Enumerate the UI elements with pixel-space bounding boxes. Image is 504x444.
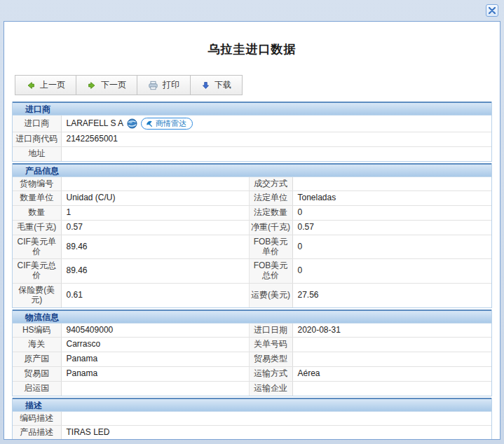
table-row: 保险费(美元) 0.61 运费(美元) 27.56	[13, 283, 491, 307]
insurance-fee-value: 0.61	[61, 283, 249, 307]
pager-toolbar: 上一页 下一页 打印 下载	[15, 75, 243, 95]
transaction-mode-value	[292, 177, 491, 191]
importer-section-title: 进口商	[13, 102, 491, 116]
table-row: 编码描述	[13, 412, 491, 426]
table-row: 数量 1 法定数量 0	[13, 206, 491, 221]
cif-total-price-label: CIF美元总价	[13, 259, 61, 284]
table-row: 货物编号 成交方式	[13, 177, 491, 191]
cargo-number-label: 货物编号	[13, 177, 61, 191]
transaction-mode-label: 成交方式	[249, 177, 292, 191]
globe-icon[interactable]	[127, 118, 137, 129]
print-label: 打印	[163, 79, 179, 91]
cif-unit-price-label: CIF美元单价	[13, 235, 61, 259]
origin-country-label: 原产国	[13, 352, 61, 367]
product-description-value: TIRAS LED	[61, 426, 491, 440]
legal-quantity-value: 0	[292, 206, 491, 221]
logistics-info-section: 物流信息 HS编码 9405409000 进口日期 2020-08-31 海关 …	[12, 310, 492, 396]
departure-country-value	[61, 381, 249, 395]
close-icon[interactable]	[486, 4, 498, 17]
next-page-label: 下一页	[101, 79, 126, 91]
product-description-label: 产品描述	[13, 426, 61, 440]
product-table: 货物编号 成交方式 数量单位 Unidad (C/U) 法定单位 Tonelad…	[13, 177, 491, 307]
transport-company-value	[292, 381, 491, 395]
quantity-unit-value: Unidad (C/U)	[61, 191, 249, 206]
address-value	[61, 146, 491, 160]
gross-weight-value: 0.57	[61, 220, 249, 235]
cif-total-price-value: 89.46	[61, 259, 249, 284]
blue-down-arrow-icon	[201, 81, 210, 90]
customs-label: 海关	[13, 338, 61, 352]
logistics-section-title: 物流信息	[13, 310, 491, 324]
cif-unit-price-value: 89.46	[61, 235, 249, 259]
table-row: 进口商代码 21422565001	[13, 132, 491, 147]
radar-badge-label: 商情雷达	[156, 119, 186, 128]
description-section-title: 描述	[13, 398, 491, 412]
hs-code-label: HS编码	[13, 324, 61, 338]
net-weight-value: 0.57	[292, 220, 491, 235]
table-row: CIF美元单价 89.46 FOB美元单价 0	[13, 235, 491, 259]
departure-country-label: 启运国	[13, 381, 61, 395]
table-row: 原产国 Panama 贸易类型	[13, 352, 491, 367]
print-button[interactable]: 打印	[137, 76, 191, 95]
address-label: 地址	[13, 146, 61, 160]
close-x-glyph	[489, 7, 496, 14]
download-label: 下载	[214, 79, 231, 91]
transport-mode-value: Aérea	[292, 366, 491, 381]
table-row: 进口商 LARAFELL S A	[13, 116, 491, 132]
trade-country-value: Panama	[61, 366, 249, 381]
trade-type-label: 贸易类型	[249, 352, 292, 367]
code-description-value	[61, 412, 491, 426]
fob-total-price-value: 0	[292, 259, 491, 284]
freight-fee-value: 27.56	[292, 283, 491, 307]
table-row: HS编码 9405409000 进口日期 2020-08-31	[13, 324, 491, 338]
gross-weight-label: 毛重(千克)	[13, 220, 61, 235]
product-info-section: 产品信息 货物编号 成交方式 数量单位 Unidad (C/U) 法定单位 To…	[12, 163, 492, 308]
importer-code-label: 进口商代码	[13, 132, 61, 147]
quantity-unit-label: 数量单位	[13, 191, 61, 206]
importer-name-label: 进口商	[13, 116, 61, 132]
origin-country-value: Panama	[61, 352, 249, 367]
net-weight-label: 净重(千克)	[249, 220, 292, 235]
data-sections: 进口商 进口商 LARAFELL S A	[12, 102, 492, 440]
cargo-number-value	[61, 177, 249, 191]
table-row: 贸易国 Panama 运输方式 Aérea	[13, 366, 491, 381]
importer-section: 进口商 进口商 LARAFELL S A	[12, 102, 492, 162]
trade-type-value	[292, 352, 491, 367]
transport-mode-label: 运输方式	[249, 366, 292, 381]
declaration-number-label: 关单号码	[249, 338, 292, 352]
importer-name-value: LARAFELL S A	[67, 119, 124, 129]
table-row: CIF美元总价 89.46 FOB美元总价 0	[13, 259, 491, 284]
import-date-value: 2020-08-31	[292, 324, 491, 338]
table-row: 产品描述 TIRAS LED	[13, 426, 491, 440]
green-right-arrow-icon	[87, 81, 97, 90]
freight-fee-label: 运费(美元)	[249, 283, 292, 307]
download-button[interactable]: 下载	[191, 76, 242, 95]
logistics-table: HS编码 9405409000 进口日期 2020-08-31 海关 Carra…	[13, 324, 491, 396]
trade-country-label: 贸易国	[13, 366, 61, 381]
dialog-panel: 乌拉圭进口数据 上一页 下一页	[4, 21, 500, 440]
insurance-fee-label: 保险费(美元)	[13, 283, 61, 307]
importer-code-value: 21422565001	[61, 132, 491, 147]
table-row: 数量单位 Unidad (C/U) 法定单位 Toneladas	[13, 191, 491, 206]
legal-unit-value: Toneladas	[292, 191, 491, 206]
prev-page-button[interactable]: 上一页	[15, 76, 76, 95]
code-description-label: 编码描述	[13, 412, 61, 426]
import-data-dialog: 乌拉圭进口数据 上一页 下一页	[0, 0, 504, 444]
fob-unit-price-label: FOB美元单价	[249, 235, 292, 259]
legal-unit-label: 法定单位	[249, 191, 292, 206]
quantity-label: 数量	[13, 206, 61, 221]
table-row: 毛重(千克) 0.57 净重(千克) 0.57	[13, 220, 491, 235]
import-date-label: 进口日期	[249, 324, 292, 338]
description-table: 编码描述 产品描述 TIRAS LED	[13, 412, 491, 440]
description-section: 描述 编码描述 产品描述 TIRAS LED	[12, 398, 492, 440]
table-row: 地址	[13, 146, 491, 160]
page-title: 乌拉圭进口数据	[4, 41, 500, 57]
hs-code-value: 9405409000	[61, 324, 249, 338]
business-radar-badge[interactable]: 商情雷达	[141, 118, 193, 130]
radar-icon	[145, 120, 154, 128]
fob-total-price-label: FOB美元总价	[249, 259, 292, 284]
next-page-button[interactable]: 下一页	[76, 76, 137, 95]
product-section-title: 产品信息	[13, 163, 491, 177]
printer-icon	[148, 81, 158, 90]
green-left-arrow-icon	[26, 81, 36, 90]
